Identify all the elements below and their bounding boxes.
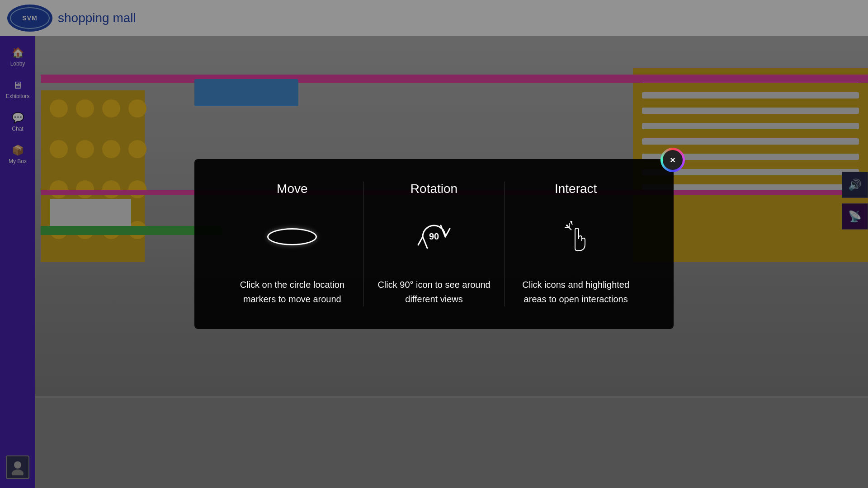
move-oval-icon [267, 228, 317, 245]
modal-section-interact: Interact [505, 182, 646, 306]
modal-section-move: Move Click on the circle location marker… [222, 182, 363, 306]
interact-svg-icon [558, 216, 594, 257]
modal-content: Move Click on the circle location marker… [222, 182, 646, 306]
help-modal: × Move Click on the circle location mark… [194, 159, 674, 329]
rotation-icon-area: 90 ° [414, 214, 454, 259]
modal-section-rotation: Rotation 90 ° Click 90° icon to see arou… [363, 182, 505, 306]
interact-title: Interact [555, 182, 597, 196]
modal-overlay[interactable]: × Move Click on the circle location mark… [0, 0, 868, 488]
move-title: Move [277, 182, 307, 196]
close-button[interactable]: × [660, 148, 685, 172]
move-icon-area [267, 214, 317, 259]
interact-description: Click icons and highlighted areas to ope… [514, 277, 637, 306]
rotation-svg-icon: 90 ° [414, 219, 454, 255]
interact-icon-area [558, 214, 594, 259]
move-description: Click on the circle location markers to … [231, 277, 354, 306]
svg-text:°: ° [442, 228, 444, 235]
rotation-description: Click 90° icon to see around different v… [373, 277, 496, 306]
rotation-title: Rotation [410, 182, 458, 196]
close-icon: × [663, 150, 683, 170]
svg-point-11 [571, 221, 572, 223]
svg-text:90: 90 [429, 231, 439, 241]
svg-point-10 [566, 225, 568, 226]
